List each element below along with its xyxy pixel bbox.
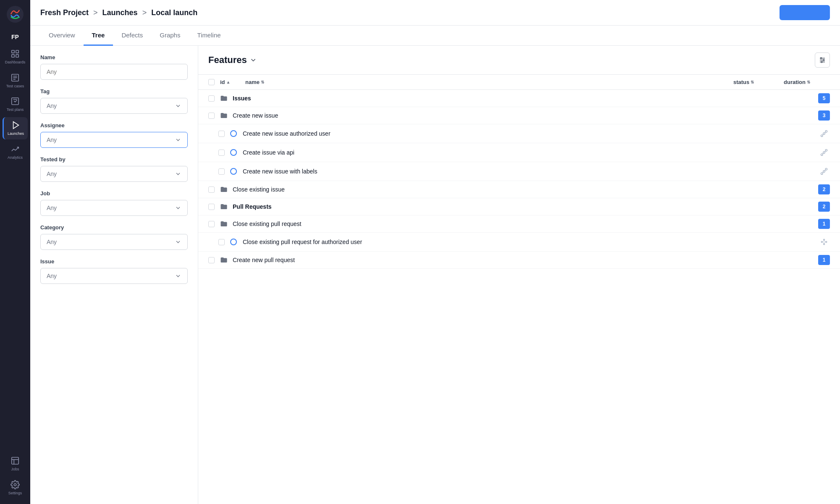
tab-defects[interactable]: Defects bbox=[113, 26, 151, 46]
create-new-issue-labels-action[interactable] bbox=[818, 165, 830, 177]
create-new-pr-checkbox[interactable] bbox=[208, 257, 215, 263]
close-existing-issue-checkbox[interactable] bbox=[208, 186, 215, 193]
create-new-issue-labels-circle-icon bbox=[230, 168, 241, 175]
filter-issue-select[interactable]: Any bbox=[40, 268, 188, 284]
filter-tag-select[interactable]: Any bbox=[40, 98, 188, 114]
filter-job-select[interactable]: Any bbox=[40, 200, 188, 216]
test-row-create-new-issue-with-labels[interactable]: Create new issue with labels bbox=[198, 162, 840, 181]
filter-tag-value: Any bbox=[47, 102, 57, 109]
svg-point-20 bbox=[823, 60, 824, 61]
col-header-id[interactable]: id ▲ bbox=[220, 79, 245, 85]
filter-name-input[interactable] bbox=[40, 64, 188, 80]
sidebar-item-launches-label: Launches bbox=[8, 131, 24, 136]
tab-timeline[interactable]: Timeline bbox=[189, 26, 229, 46]
filter-tested-by-value: Any bbox=[47, 171, 57, 177]
issues-checkbox[interactable] bbox=[208, 95, 215, 102]
svg-point-28 bbox=[825, 150, 827, 152]
sidebar-item-settings-label: Settings bbox=[8, 491, 22, 496]
close-pr-auth-action[interactable] bbox=[818, 236, 830, 248]
tab-bar: Overview Tree Defects Graphs Timeline bbox=[30, 26, 840, 46]
folder-row-create-new-issue[interactable]: Create new issue 3 bbox=[198, 107, 840, 124]
sidebar-item-dashboards[interactable]: Dashboards bbox=[3, 46, 28, 68]
tab-tree[interactable]: Tree bbox=[84, 26, 113, 46]
chevron-down-icon bbox=[175, 239, 181, 245]
filter-panel: Name Tag Any Assignee Any Tested by bbox=[30, 46, 198, 504]
svg-line-25 bbox=[825, 132, 826, 133]
sidebar-item-dashboards-label: Dashboards bbox=[5, 60, 26, 65]
folder-row-close-existing-issue[interactable]: Close existing issue 2 bbox=[198, 181, 840, 198]
filter-tested-by-label: Tested by bbox=[40, 156, 188, 163]
sidebar-item-settings[interactable]: Settings bbox=[3, 477, 28, 499]
group-row-pull-requests[interactable]: Pull Requests 2 bbox=[198, 198, 840, 215]
header: Fresh Project > Launches > Local launch bbox=[30, 0, 840, 26]
breadcrumb-launches[interactable]: Launches bbox=[102, 8, 138, 17]
create-new-issue-auth-action[interactable] bbox=[818, 128, 830, 139]
sidebar-item-analytics[interactable]: Analytics bbox=[3, 141, 28, 163]
col-header-duration[interactable]: duration ⇅ bbox=[784, 79, 830, 85]
sidebar-item-test-cases[interactable]: Test cases bbox=[3, 70, 28, 92]
main-content: Fresh Project > Launches > Local launch … bbox=[30, 0, 840, 504]
sort-name-icon: ⇅ bbox=[261, 80, 264, 84]
close-existing-pr-folder-icon bbox=[220, 220, 231, 228]
close-existing-pr-checkbox[interactable] bbox=[208, 221, 215, 227]
sidebar-item-jobs[interactable]: Jobs bbox=[3, 453, 28, 475]
create-new-issue-folder-icon bbox=[220, 112, 231, 119]
test-row-close-pr-authorized[interactable]: Close existing pull request for authoriz… bbox=[198, 233, 840, 252]
create-issue-via-api-action[interactable] bbox=[818, 147, 830, 158]
tab-graphs[interactable]: Graphs bbox=[151, 26, 189, 46]
svg-point-37 bbox=[824, 239, 825, 240]
header-checkbox-cell bbox=[208, 79, 220, 85]
issues-group-name: Issues bbox=[233, 95, 818, 102]
close-pr-auth-checkbox[interactable] bbox=[218, 239, 225, 245]
folder-row-close-existing-pr[interactable]: Close existing pull request 1 bbox=[198, 215, 840, 233]
sidebar-item-jobs-label: Jobs bbox=[11, 467, 19, 472]
create-new-issue-labels-checkbox[interactable] bbox=[218, 168, 225, 175]
create-new-issue-auth-checkbox-cell bbox=[218, 131, 230, 137]
create-new-issue-labels-name: Create new issue with labels bbox=[243, 168, 818, 175]
create-issue-via-api-checkbox[interactable] bbox=[218, 150, 225, 156]
create-new-issue-checkbox[interactable] bbox=[208, 113, 215, 119]
close-existing-issue-name: Close existing issue bbox=[233, 186, 818, 193]
create-new-pr-badge: 1 bbox=[818, 255, 830, 265]
svg-marker-11 bbox=[13, 122, 18, 129]
header-action-button[interactable] bbox=[780, 5, 830, 20]
tree-area: Features bbox=[198, 46, 840, 504]
group-row-issues[interactable]: Issues 5 bbox=[198, 90, 840, 107]
create-new-issue-checkbox-cell bbox=[208, 113, 220, 119]
col-header-name[interactable]: name ⇅ bbox=[245, 79, 733, 85]
app-logo[interactable] bbox=[6, 5, 24, 24]
sidebar-item-fp[interactable]: FP bbox=[3, 30, 28, 44]
test-row-create-issue-via-api[interactable]: Create issue via api bbox=[198, 143, 840, 162]
filter-category-label: Category bbox=[40, 224, 188, 231]
filter-tag-group: Tag Any bbox=[40, 88, 188, 114]
filter-category-select[interactable]: Any bbox=[40, 234, 188, 250]
filter-category-group: Category Any bbox=[40, 224, 188, 250]
select-all-checkbox[interactable] bbox=[208, 79, 215, 85]
filter-assignee-group: Assignee Any bbox=[40, 122, 188, 148]
filter-assignee-select[interactable]: Any bbox=[40, 132, 188, 148]
close-existing-issue-folder-icon bbox=[220, 186, 231, 193]
filter-issue-label: Issue bbox=[40, 258, 188, 265]
create-new-issue-auth-name: Create new issue authorized user bbox=[243, 130, 818, 137]
sort-status-icon: ⇅ bbox=[751, 80, 754, 84]
svg-point-39 bbox=[826, 242, 827, 243]
filter-tested-by-select[interactable]: Any bbox=[40, 166, 188, 182]
sidebar-item-test-cases-label: Test cases bbox=[6, 84, 24, 89]
breadcrumb-project[interactable]: Fresh Project bbox=[40, 8, 89, 17]
create-new-pr-checkbox-cell bbox=[208, 257, 220, 263]
issues-folder-icon bbox=[220, 94, 231, 102]
features-title[interactable]: Features bbox=[208, 55, 257, 66]
sidebar-item-launches[interactable]: Launches bbox=[3, 117, 28, 139]
folder-row-create-new-pr[interactable]: Create new pull request 1 bbox=[198, 252, 840, 269]
test-row-create-new-issue-authorized[interactable]: Create new issue authorized user bbox=[198, 124, 840, 143]
sidebar-item-test-plans[interactable]: Test plans bbox=[3, 93, 28, 116]
svg-line-26 bbox=[823, 134, 824, 135]
create-new-issue-auth-checkbox[interactable] bbox=[218, 131, 225, 137]
column-filter-button[interactable] bbox=[815, 52, 830, 68]
breadcrumb-current: Local launch bbox=[151, 8, 197, 17]
pull-requests-checkbox[interactable] bbox=[208, 204, 215, 210]
col-header-status[interactable]: status ⇅ bbox=[733, 79, 784, 85]
tab-overview[interactable]: Overview bbox=[40, 26, 84, 46]
filter-job-value: Any bbox=[47, 205, 57, 211]
close-existing-pr-checkbox-cell bbox=[208, 221, 220, 227]
